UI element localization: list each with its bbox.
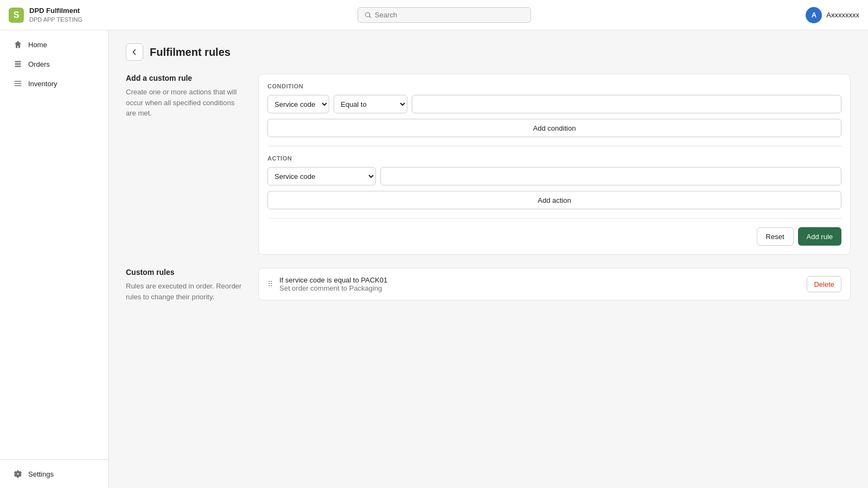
drag-handle-icon[interactable]: ⠿ [267, 280, 273, 288]
sidebar-bottom: Settings [0, 459, 108, 484]
delete-rule-button[interactable]: Delete [807, 276, 841, 292]
add-rule-title: Add a custom rule [126, 74, 245, 82]
back-button[interactable] [126, 43, 143, 61]
rule-text: If service code is equal to PACK01 Set o… [279, 276, 800, 292]
shopify-logo: S [9, 8, 24, 23]
action-row: Service code Order comment Order tag [267, 167, 841, 185]
custom-rules-description: Rules are executed in order. Reorder rul… [126, 281, 245, 302]
sidebar-label-inventory: Inventory [28, 80, 57, 88]
custom-rules-section: Custom rules Rules are executed in order… [126, 268, 851, 302]
home-icon [13, 40, 23, 49]
custom-rules-title: Custom rules [126, 268, 245, 277]
sidebar-label-home: Home [28, 41, 47, 49]
svg-rect-1 [15, 63, 21, 65]
add-action-button[interactable]: Add action [267, 191, 841, 209]
layout: Home Orders Inventory Settings [0, 30, 868, 488]
app-info: DPD Fulfilment DPD APP TESTING [29, 7, 82, 23]
condition-row: Service code Order tag Product tag Weigh… [267, 95, 841, 113]
form-footer: Reset Add rule [267, 218, 841, 246]
sidebar-item-home[interactable]: Home [4, 35, 104, 54]
app-name: DPD Fulfilment [29, 7, 82, 16]
topbar-left: S DPD Fulfilment DPD APP TESTING [9, 7, 82, 23]
settings-icon [13, 469, 23, 479]
sidebar: Home Orders Inventory Settings [0, 30, 108, 488]
table-row: ⠿ If service code is equal to PACK01 Set… [259, 268, 850, 300]
add-rule-section: Add a custom rule Create one or more act… [126, 74, 851, 255]
add-rule-description: Create one or more actions that will occ… [126, 87, 245, 119]
condition-field-select[interactable]: Service code Order tag Product tag Weigh… [267, 95, 329, 113]
add-rule-left-panel: Add a custom rule Create one or more act… [126, 74, 245, 119]
condition-label: CONDITION [267, 83, 841, 89]
condition-operator-select[interactable]: Equal to Not equal to Contains Does not … [334, 95, 407, 113]
search-icon [365, 11, 372, 19]
topbar: S DPD Fulfilment DPD APP TESTING A Axxxx… [0, 0, 868, 30]
search-container [358, 7, 531, 23]
store-name: Axxxxxxxx [826, 11, 859, 19]
rule-condition: If service code is equal to PACK01 [279, 276, 800, 284]
sidebar-item-settings[interactable]: Settings [4, 465, 104, 483]
orders-icon [13, 59, 23, 69]
condition-value-input[interactable] [412, 95, 841, 113]
action-value-input[interactable] [380, 167, 841, 185]
sidebar-label-orders: Orders [28, 60, 50, 68]
rules-list: ⠿ If service code is equal to PACK01 Set… [258, 268, 851, 300]
reset-button[interactable]: Reset [757, 227, 794, 246]
topbar-right: A Axxxxxxxx [806, 7, 859, 23]
avatar: A [806, 7, 822, 23]
section-divider [267, 146, 841, 146]
rule-action: Set order comment to Packaging [279, 284, 800, 292]
page-header: Fulfilment rules [126, 43, 851, 61]
search-input[interactable] [375, 11, 524, 19]
action-label: ACTION [267, 155, 841, 162]
main-content: Fulfilment rules Add a custom rule Creat… [108, 30, 868, 488]
sidebar-item-inventory[interactable]: Inventory [4, 74, 104, 93]
add-condition-button[interactable]: Add condition [267, 119, 841, 137]
sidebar-label-settings: Settings [28, 470, 54, 478]
sidebar-item-orders[interactable]: Orders [4, 55, 104, 73]
inventory-icon [13, 79, 23, 88]
action-field-select[interactable]: Service code Order comment Order tag [267, 167, 376, 185]
add-rule-button[interactable]: Add rule [798, 227, 841, 246]
app-subtitle: DPD APP TESTING [29, 16, 82, 23]
custom-rules-left-panel: Custom rules Rules are executed in order… [126, 268, 245, 302]
page-title: Fulfilment rules [150, 46, 231, 59]
svg-rect-0 [15, 61, 21, 62]
svg-rect-2 [15, 66, 21, 67]
add-rule-right-panel: CONDITION Service code Order tag Product… [258, 74, 851, 255]
